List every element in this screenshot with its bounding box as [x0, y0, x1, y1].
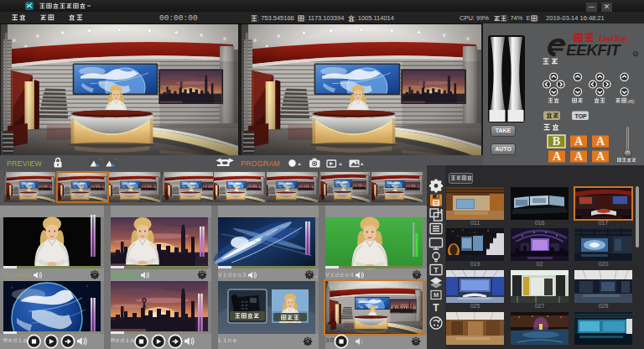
svg-text:M: M: [434, 291, 439, 299]
svg-text:Video3: Video3: [218, 271, 247, 279]
svg-text:TOP: TOP: [575, 113, 588, 119]
svg-text:A: A: [574, 150, 584, 163]
svg-text:A: A: [553, 150, 562, 163]
svg-text:(45): (45): [628, 100, 636, 104]
svg-text:3D: 3D: [325, 336, 335, 344]
svg-text:T: T: [434, 266, 439, 274]
svg-text:Video1: Video1: [3, 271, 33, 279]
svg-text:Video4: Video4: [325, 271, 355, 279]
svg-text:A: A: [596, 135, 605, 148]
svg-text:EEKFIT: EEKFIT: [566, 41, 621, 59]
svg-text:Video2: Video2: [111, 271, 140, 279]
svg-text:PROGRAM: PROGRAM: [241, 159, 280, 168]
svg-text:PREVIEW: PREVIEW: [7, 159, 42, 168]
svg-text:T: T: [433, 302, 439, 314]
svg-text:A: A: [574, 135, 584, 148]
svg-text:A: A: [596, 150, 605, 163]
svg-text:B: B: [553, 135, 560, 148]
svg-text:Line: Line: [218, 336, 237, 344]
svg-text:R: R: [635, 52, 637, 56]
